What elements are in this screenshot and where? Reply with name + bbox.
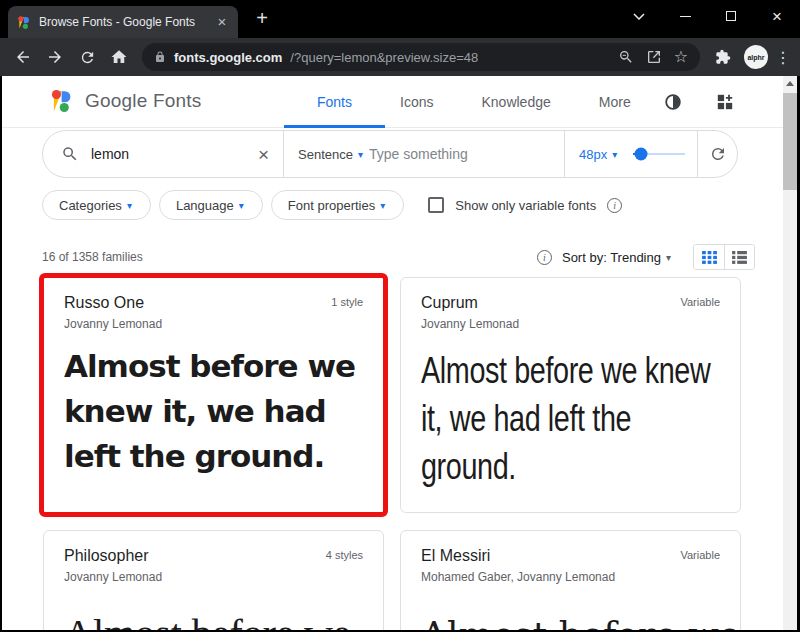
browser-tab[interactable]: Browse Fonts - Google Fonts × bbox=[8, 6, 238, 38]
font-author: Jovanny Lemonad bbox=[64, 570, 162, 584]
font-styles-badge: 4 styles bbox=[326, 549, 363, 561]
tab-title: Browse Fonts - Google Fonts bbox=[39, 15, 206, 29]
nav-tab-knowledge[interactable]: Knowledge bbox=[481, 76, 550, 128]
reload-icon bbox=[79, 49, 96, 66]
font-properties-filter-chip[interactable]: Font properties ▾ bbox=[271, 190, 404, 220]
preview-line: ground. bbox=[421, 443, 660, 491]
minimize-icon bbox=[680, 16, 691, 17]
google-fonts-favicon-icon bbox=[16, 15, 31, 30]
card-header: Cuprum Jovanny Lemonad Variable bbox=[421, 294, 720, 331]
preview-text-input[interactable] bbox=[369, 146, 550, 162]
font-name[interactable]: Cuprum bbox=[421, 294, 519, 312]
view-toggle-group bbox=[693, 244, 755, 270]
font-preview-text[interactable]: Almost before we knew it, we had left th… bbox=[421, 347, 660, 491]
preview-line: left the ground. bbox=[64, 434, 363, 479]
home-button[interactable] bbox=[104, 43, 134, 71]
share-icon[interactable] bbox=[646, 49, 662, 65]
window-chevron-button[interactable] bbox=[616, 0, 662, 32]
preview-mode-dropdown[interactable]: Sentence bbox=[298, 147, 353, 162]
tab-close-icon[interactable]: × bbox=[214, 14, 230, 30]
url-bar-icons: ☆ bbox=[618, 49, 688, 65]
language-filter-chip[interactable]: Language ▾ bbox=[159, 190, 263, 220]
font-card-russo-one[interactable]: Russo One Jovanny Lemonad 1 style Almost… bbox=[43, 277, 384, 513]
font-card-cuprum[interactable]: Cuprum Jovanny Lemonad Variable Almost b… bbox=[400, 277, 741, 513]
back-arrow-icon bbox=[14, 48, 32, 66]
back-button[interactable] bbox=[8, 43, 38, 71]
font-card-philosopher[interactable]: Philosopher Jovanny Lemonad 4 styles Alm… bbox=[43, 530, 384, 630]
language-caret-icon: ▾ bbox=[239, 200, 244, 211]
preview-mode-caret-icon: ▾ bbox=[358, 149, 363, 160]
nav-tab-icons[interactable]: Icons bbox=[400, 76, 433, 128]
nav-tab-more[interactable]: More bbox=[599, 76, 631, 128]
scroll-up-arrow-icon bbox=[786, 81, 794, 86]
maximize-icon bbox=[726, 11, 736, 21]
font-name[interactable]: El Messiri bbox=[421, 547, 615, 565]
variable-fonts-checkbox[interactable] bbox=[428, 197, 444, 213]
font-preview-text[interactable]: Almost before we bbox=[64, 608, 363, 630]
search-input[interactable] bbox=[91, 146, 246, 162]
selected-families-icon bbox=[716, 93, 734, 111]
minimize-button[interactable] bbox=[662, 0, 708, 32]
close-window-button[interactable]: × bbox=[754, 0, 800, 32]
font-styles-badge: Variable bbox=[680, 549, 720, 561]
search-bar: × Sentence ▾ 48px ▾ bbox=[42, 130, 738, 178]
bookmark-star-icon[interactable]: ☆ bbox=[674, 49, 688, 65]
sort-info-icon[interactable]: i bbox=[537, 250, 552, 265]
profile-avatar[interactable]: alphr bbox=[744, 45, 768, 69]
card-header: Russo One Jovanny Lemonad 1 style bbox=[64, 294, 363, 331]
preview-size-dropdown[interactable]: 48px bbox=[579, 147, 607, 162]
grid-view-button[interactable] bbox=[694, 245, 724, 269]
preview-line: Almost before we bbox=[64, 344, 363, 389]
new-tab-button[interactable]: + bbox=[250, 7, 274, 31]
zoom-out-icon[interactable] bbox=[618, 49, 634, 65]
browser-menu-icon[interactable]: ⋮ bbox=[774, 48, 792, 67]
results-meta-row: 16 of 1358 families i Sort by: Trending … bbox=[42, 244, 755, 270]
font-name[interactable]: Philosopher bbox=[64, 547, 162, 565]
google-fonts-logo[interactable]: Google Fonts bbox=[48, 88, 201, 114]
sort-by-dropdown[interactable]: Sort by: Trending bbox=[562, 250, 661, 265]
preview-line: Almost before we bbox=[64, 608, 363, 630]
font-author: Mohamed Gaber, Jovanny Lemonad bbox=[421, 570, 615, 584]
filters-row: Categories ▾ Language ▾ Font properties … bbox=[42, 190, 622, 220]
browser-window: Browse Fonts - Google Fonts × + × bbox=[0, 0, 800, 632]
font-styles-badge: Variable bbox=[680, 296, 720, 308]
nav-tab-fonts[interactable]: Fonts bbox=[317, 76, 352, 128]
browser-toolbar: fonts.google.com/?query=lemon&preview.si… bbox=[0, 38, 800, 76]
url-bar[interactable]: fonts.google.com/?query=lemon&preview.si… bbox=[142, 43, 700, 71]
font-author: Jovanny Lemonad bbox=[421, 317, 519, 331]
font-preview-text[interactable]: Almost before we bbox=[421, 610, 720, 630]
categories-filter-chip[interactable]: Categories ▾ bbox=[42, 190, 151, 220]
preview-line: it, we had left the bbox=[421, 395, 660, 443]
reload-button[interactable] bbox=[72, 43, 102, 71]
size-slider[interactable] bbox=[633, 153, 685, 155]
size-slider-thumb[interactable] bbox=[634, 148, 647, 161]
page-scrollbar[interactable] bbox=[783, 76, 797, 630]
grid-view-icon bbox=[702, 251, 717, 264]
font-preview-text[interactable]: Almost before we knew it, we had left th… bbox=[64, 344, 363, 479]
chevron-down-icon bbox=[633, 13, 645, 20]
sort-caret-icon: ▾ bbox=[666, 252, 671, 263]
scrollbar-up-button[interactable] bbox=[783, 76, 797, 91]
clear-search-icon[interactable]: × bbox=[258, 145, 269, 164]
scrollbar-thumb[interactable] bbox=[783, 93, 797, 190]
font-card-el-messiri[interactable]: El Messiri Mohamed Gaber, Jovanny Lemona… bbox=[400, 530, 741, 630]
window-controls: × bbox=[616, 0, 800, 38]
font-name[interactable]: Russo One bbox=[64, 294, 162, 312]
list-view-button[interactable] bbox=[724, 245, 754, 269]
preview-line: knew it, we had bbox=[64, 389, 363, 434]
variable-fonts-info-icon[interactable]: i bbox=[607, 198, 622, 213]
results-count: 16 of 1358 families bbox=[42, 250, 537, 264]
refresh-preview-button[interactable] bbox=[697, 131, 737, 177]
selected-families-button[interactable] bbox=[714, 91, 736, 113]
card-header: El Messiri Mohamed Gaber, Jovanny Lemona… bbox=[421, 547, 720, 584]
forward-button[interactable] bbox=[40, 43, 70, 71]
theme-toggle-button[interactable] bbox=[662, 91, 684, 113]
google-fonts-logo-icon bbox=[48, 88, 74, 114]
search-section: × bbox=[43, 131, 283, 177]
font-properties-label: Font properties bbox=[288, 198, 375, 213]
language-label: Language bbox=[176, 198, 234, 213]
url-domain: fonts.google.com bbox=[174, 50, 282, 65]
logo-text: Google Fonts bbox=[85, 90, 201, 112]
maximize-button[interactable] bbox=[708, 0, 754, 32]
extensions-button[interactable] bbox=[708, 43, 738, 71]
